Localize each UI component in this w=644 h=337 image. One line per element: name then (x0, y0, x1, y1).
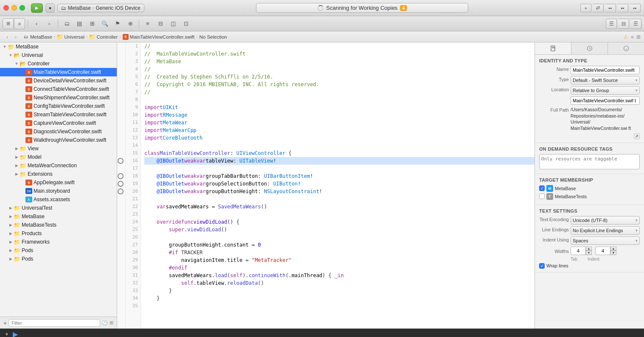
rp-on-demand-input[interactable] (539, 154, 640, 169)
breadcrumb-file[interactable]: S MainTableViewController.swift (123, 34, 195, 40)
rp-tab-width-up[interactable]: ▲ (586, 247, 592, 251)
outlet-circle-20[interactable] (118, 188, 124, 194)
rp-type-select[interactable]: Default - Swift Source ▾ (571, 76, 640, 84)
bookmark-tb-button[interactable]: ⊕ (124, 18, 136, 29)
sidebar-item-universaltest[interactable]: 📁 UniversalTest (0, 204, 117, 212)
bottom-expand-btn[interactable]: ▼ (3, 330, 11, 337)
maximize-button[interactable] (20, 5, 25, 11)
rp-tab-info[interactable]: i (608, 42, 644, 54)
breadcrumb-selection[interactable]: No Selection (200, 34, 227, 39)
sidebar-item-assets[interactable]: A Assets.xcassets (0, 195, 117, 204)
sidebar-item-device-detail-vc[interactable]: S DeviceDetailViewController.swift (0, 76, 117, 85)
sidebar-item-config-table-vc[interactable]: S ConfigTableViewController.swift (0, 102, 117, 110)
outlet-circle-19[interactable] (118, 181, 124, 187)
filter-options-icon[interactable]: ⊞ (110, 320, 113, 326)
rp-path-reveal-btn[interactable]: ↗ (634, 133, 640, 139)
sidebar-item-metawear-conn[interactable]: 📁 MetaWearConnection (0, 161, 117, 170)
sidebar-item-diagnostic-vc[interactable]: S DiagnosticViewController.swift (0, 127, 117, 136)
breadcrumb-back[interactable]: ‹ (3, 33, 11, 41)
rp-filename-input[interactable] (571, 96, 640, 105)
layout-button-3[interactable]: ▪▪ (630, 4, 641, 12)
sidebar-item-pods2[interactable]: 📁 Pods (0, 255, 117, 263)
outlet-circle-18[interactable] (118, 173, 124, 179)
sidebar-item-frameworks[interactable]: 📁 Frameworks (0, 238, 117, 246)
breadcrumb-metabase[interactable]: 🗂 MetaBase (23, 34, 52, 40)
toolbar-separator-2 (58, 20, 58, 28)
rp-tab-width-down[interactable]: ▼ (586, 251, 592, 255)
sidebar-item-universal[interactable]: 📂 Universal (0, 51, 117, 59)
sidebar-item-connect-table-vc[interactable]: S ConnectTableViewController.swift (0, 85, 117, 93)
outlet-circle-16[interactable] (118, 158, 124, 164)
sidebar-item-view-group[interactable]: 📁 View (0, 144, 117, 153)
rp-name-input[interactable] (571, 66, 640, 74)
arrow-extensions (14, 172, 20, 176)
sidebar-item-metabasetests[interactable]: 📁 MetaBaseTests (0, 221, 117, 229)
list-tb-button[interactable]: ≡ (142, 18, 154, 29)
sidebar-item-stream-table-vc[interactable]: S StreamTableViewController.swift (0, 110, 117, 119)
sidebar-item-controller[interactable]: 📂 Controller (0, 59, 117, 68)
gutter-24 (117, 218, 125, 226)
rp-location-select[interactable]: Relative to Group ▾ (571, 86, 640, 95)
breadcrumb-controller[interactable]: 📁 Controller (89, 34, 118, 40)
flag-tb-button[interactable]: ⚑ (112, 18, 124, 29)
add-file-icon[interactable]: + (3, 320, 7, 326)
layout-button-2[interactable]: ▪▪ (617, 4, 628, 12)
folder-button[interactable]: 🗂 (61, 18, 73, 29)
rp-tab-width-input[interactable] (571, 247, 586, 255)
grid-view-button[interactable]: ⊞ (3, 18, 14, 29)
search-tb-button[interactable]: 🔍 (99, 18, 111, 29)
sidebar-filter-input[interactable] (8, 319, 100, 327)
add-tab-button[interactable]: + (580, 4, 591, 12)
rp-tab-file[interactable] (535, 42, 571, 54)
list-view-button[interactable]: ≡ (14, 18, 25, 29)
sidebar-item-metabase2[interactable]: 📁 MetaBase (0, 212, 117, 221)
code-editor[interactable]: 1 2 3 4 5 6 7 8 9 10 11 12 13 14 15 16 1… (117, 42, 534, 329)
rp-tab-clock[interactable] (571, 42, 608, 54)
rp-line-endings-arrow: ▾ (636, 228, 638, 233)
rp-target-metabasetests-checkbox[interactable] (539, 194, 545, 199)
breadcrumb-universal[interactable]: 📁 Universal (57, 34, 84, 40)
grid-tb-button[interactable]: ⊞ (86, 18, 98, 29)
rp-encoding-select[interactable]: Unicode (UTF-8) ▾ (571, 216, 640, 225)
sidebar-item-model-group[interactable]: 📁 Model (0, 153, 117, 161)
sidebar-item-walkthrough-vc[interactable]: S WalkthroughViewController.swift (0, 136, 117, 144)
layout-tb-button[interactable]: ▤ (73, 18, 85, 29)
rp-indent-width-down[interactable]: ▼ (610, 251, 616, 255)
back-forward-button[interactable]: ⇄ (593, 4, 604, 12)
breadcrumb-selection-label: No Selection (200, 34, 227, 39)
sidebar-item-pods1[interactable]: 📁 Pods (0, 246, 117, 255)
close-button[interactable] (3, 5, 9, 11)
sidebar-item-products[interactable]: 📁 Products (0, 229, 117, 238)
sidebar-item-capture-vc[interactable]: S CaptureViewController.swift (0, 119, 117, 127)
run-button[interactable]: ▶ (31, 3, 43, 13)
gutter-6 (117, 81, 125, 88)
rp-indent-select[interactable]: Spaces ▾ (571, 236, 640, 245)
rp-indent-width-up[interactable]: ▲ (610, 247, 616, 251)
rp-wrap-checkbox[interactable]: ✓ (539, 263, 545, 269)
layout-button-1[interactable]: ▪▪ (605, 4, 616, 12)
rp-line-endings-select[interactable]: No Explicit Line Endings ▾ (571, 226, 640, 235)
minimize-button[interactable] (11, 5, 17, 11)
sidebar-item-main-storyboard[interactable]: SB Main.storyboard (0, 187, 117, 195)
warning-badge[interactable]: 4 (400, 5, 407, 11)
left-panel-toggle[interactable]: ☰ (606, 19, 617, 29)
rp-indent-width-input[interactable] (595, 247, 610, 255)
view-tb-button[interactable]: ⊡ (180, 18, 192, 29)
breadcrumb-split-btn[interactable]: ⊞ (636, 34, 641, 40)
sidebar-item-extensions[interactable]: 📁 Extensions (0, 170, 117, 178)
comment-tb-button[interactable]: ◫ (167, 18, 179, 29)
stop-button[interactable]: ■ (45, 3, 55, 13)
bottom-panel-toggle[interactable]: ⊟ (618, 19, 629, 29)
sidebar-item-metabase-root[interactable]: 📁 MetaBase (0, 42, 117, 51)
right-panel-toggle[interactable]: ☰ (630, 19, 641, 29)
scheme-selector[interactable]: 🗂 MetaBase › Generic iOS Device (57, 4, 144, 12)
back-button[interactable]: ‹ (31, 18, 42, 29)
forward-button[interactable]: › (43, 18, 55, 29)
breadcrumb-list-btn[interactable]: ≡ (631, 34, 634, 39)
layers-tb-button[interactable]: ⊟ (155, 18, 166, 29)
sidebar-item-appdelegate[interactable]: S AppDelegate.swift (0, 178, 117, 187)
sidebar-item-new-shipment-vc[interactable]: S NewShipmentViewController.swift (0, 93, 117, 102)
breadcrumb-forward[interactable]: › (12, 33, 20, 41)
sidebar-item-main-table-vc[interactable]: S MainTableViewController.swift (0, 68, 117, 76)
rp-target-metabase-checkbox[interactable]: ✓ (539, 185, 545, 191)
